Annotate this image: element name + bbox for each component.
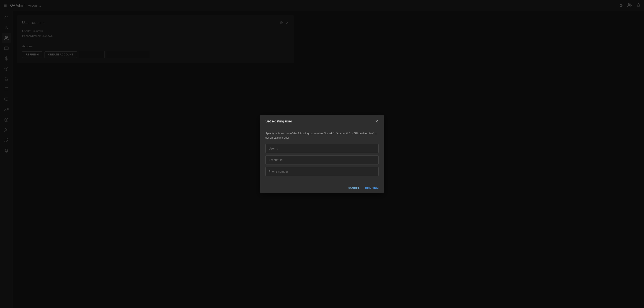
cancel-button[interactable]: CANCEL — [348, 186, 360, 190]
phone-number-input[interactable] — [265, 167, 379, 176]
modal-body: Specify at least one of the following pa… — [260, 127, 384, 183]
user-id-input[interactable] — [265, 144, 379, 153]
modal: Set existing user ✕ Specify at least one… — [260, 115, 384, 193]
modal-header: Set existing user ✕ — [260, 115, 384, 127]
modal-close-button[interactable]: ✕ — [375, 119, 379, 123]
modal-overlay: Set existing user ✕ Specify at least one… — [0, 0, 644, 308]
account-id-input[interactable] — [265, 156, 379, 165]
main-content: User accounts ⚙ ✕ UserId: unknown PhoneN… — [13, 11, 644, 308]
modal-footer: CANCEL CONFIRM — [260, 183, 384, 193]
modal-description: Specify at least one of the following pa… — [265, 131, 379, 140]
layout: User accounts ⚙ ✕ UserId: unknown PhoneN… — [0, 11, 644, 308]
confirm-button[interactable]: CONFIRM — [365, 186, 379, 190]
modal-title: Set existing user — [265, 119, 292, 123]
